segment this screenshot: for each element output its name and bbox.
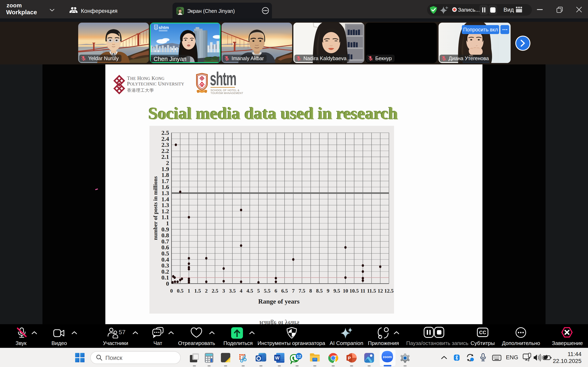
svg-text:B: B bbox=[201, 85, 203, 87]
svg-text:11.5: 11.5 bbox=[367, 288, 376, 294]
svg-text:1.8: 1.8 bbox=[162, 171, 169, 178]
svg-text:2.4: 2.4 bbox=[162, 135, 169, 142]
svg-text:shtm: shtm bbox=[159, 25, 169, 30]
svg-text:2.5: 2.5 bbox=[212, 288, 218, 294]
svg-text:7.5: 7.5 bbox=[299, 288, 305, 294]
svg-text:1.5: 1.5 bbox=[194, 288, 201, 294]
svg-text:0.9: 0.9 bbox=[162, 226, 169, 233]
svg-text:0.8: 0.8 bbox=[162, 232, 169, 239]
svg-text:2.2: 2.2 bbox=[162, 147, 169, 154]
svg-text:0: 0 bbox=[170, 288, 173, 294]
svg-text:9.5: 9.5 bbox=[333, 288, 340, 294]
svg-text:1.9: 1.9 bbox=[162, 166, 169, 172]
svg-text:1.6: 1.6 bbox=[162, 184, 169, 190]
svg-text:9: 9 bbox=[327, 288, 329, 294]
svg-text:Range of years: Range of years bbox=[258, 298, 300, 305]
svg-text:2.3: 2.3 bbox=[162, 141, 169, 148]
svg-text:1: 1 bbox=[188, 288, 190, 294]
svg-text:zoom: zoom bbox=[383, 355, 392, 359]
svg-text:1: 1 bbox=[166, 220, 169, 226]
svg-text:4.5: 4.5 bbox=[246, 288, 253, 294]
svg-text:0.1: 0.1 bbox=[162, 274, 169, 281]
svg-text:W: W bbox=[275, 355, 279, 360]
svg-text:2: 2 bbox=[205, 288, 208, 294]
svg-text:1.3: 1.3 bbox=[162, 190, 169, 196]
svg-text:10: 10 bbox=[343, 288, 348, 294]
svg-text:11: 11 bbox=[360, 288, 365, 294]
svg-text:0.3: 0.3 bbox=[162, 262, 169, 269]
svg-text:5.5: 5.5 bbox=[264, 288, 270, 294]
svg-text:8: 8 bbox=[309, 288, 312, 294]
svg-text:5: 5 bbox=[257, 288, 260, 294]
svg-text:1.1: 1.1 bbox=[162, 214, 169, 220]
svg-text:12.5: 12.5 bbox=[384, 288, 394, 294]
svg-text:1.2: 1.2 bbox=[162, 208, 169, 215]
svg-text:0: 0 bbox=[166, 280, 169, 287]
svg-text:CC: CC bbox=[479, 330, 486, 335]
svg-text:0.7: 0.7 bbox=[162, 238, 169, 245]
svg-text:1.3: 1.3 bbox=[162, 202, 169, 208]
svg-text:7: 7 bbox=[292, 288, 295, 294]
svg-text:1.7: 1.7 bbox=[162, 178, 169, 184]
svg-text:0.4: 0.4 bbox=[162, 256, 169, 263]
svg-text:8.5: 8.5 bbox=[316, 288, 323, 294]
svg-text:6: 6 bbox=[275, 288, 277, 294]
svg-text:6.5: 6.5 bbox=[281, 288, 288, 294]
svg-text:2.1: 2.1 bbox=[162, 153, 169, 160]
svg-text:4: 4 bbox=[240, 288, 242, 294]
svg-text:0.6: 0.6 bbox=[162, 244, 169, 250]
svg-text:10.5: 10.5 bbox=[350, 288, 359, 294]
svg-text:12: 12 bbox=[297, 354, 301, 359]
svg-text:3.5: 3.5 bbox=[229, 288, 236, 294]
svg-text:0.2: 0.2 bbox=[162, 268, 169, 275]
svg-text:2.5: 2.5 bbox=[162, 129, 169, 136]
svg-text:3: 3 bbox=[222, 288, 225, 294]
svg-text:P: P bbox=[348, 356, 351, 361]
svg-text:0.5: 0.5 bbox=[162, 250, 169, 257]
svg-text:12: 12 bbox=[378, 288, 383, 294]
svg-text:0.5: 0.5 bbox=[177, 288, 183, 294]
svg-text:2: 2 bbox=[166, 159, 169, 166]
svg-text:number of posts in millions: number of posts in millions bbox=[152, 176, 158, 240]
svg-text:1.4: 1.4 bbox=[162, 196, 169, 202]
